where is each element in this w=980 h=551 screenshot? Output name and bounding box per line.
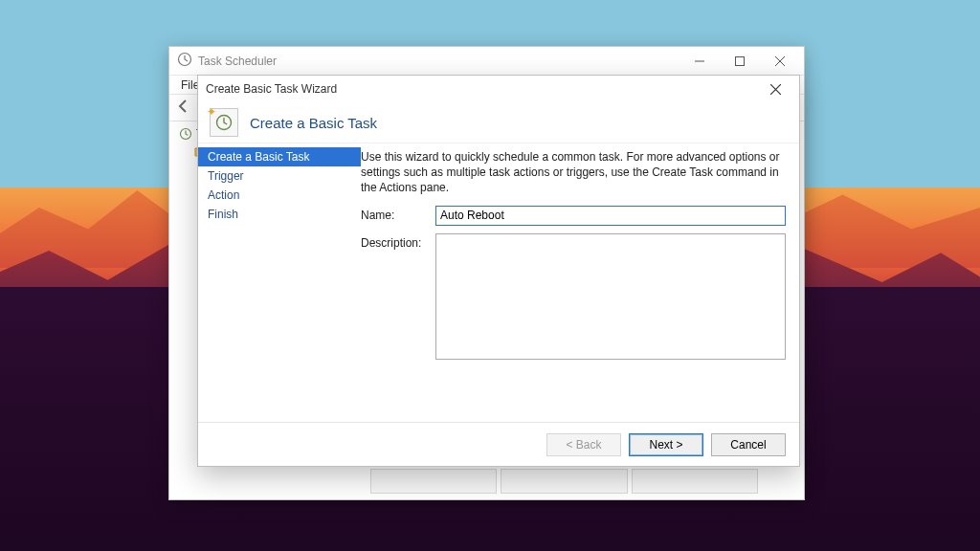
titlebar[interactable]: Task Scheduler — [169, 47, 804, 76]
dialog-heading: Create a Basic Task — [250, 115, 377, 131]
wizard-step-list: Create a Basic Task Trigger Action Finis… — [198, 143, 361, 422]
bottom-tab-stubs — [370, 469, 758, 494]
clock-icon — [214, 113, 234, 132]
minimize-button[interactable] — [679, 47, 720, 75]
wizard-button-row: < Back Next > Cancel — [198, 422, 799, 466]
maximize-button[interactable] — [720, 47, 760, 75]
wizard-intro-text: Use this wizard to quickly schedule a co… — [361, 149, 786, 196]
wizard-header-icon: ✦ — [210, 108, 238, 137]
dialog-titlebar[interactable]: Create Basic Task Wizard — [198, 76, 799, 102]
wizard-step-trigger[interactable]: Trigger — [198, 166, 361, 186]
clock-icon — [179, 127, 192, 141]
dialog-close-button[interactable] — [759, 77, 791, 101]
cancel-button[interactable]: Cancel — [711, 433, 786, 456]
back-button: < Back — [546, 433, 621, 456]
wizard-step-action[interactable]: Action — [198, 186, 361, 205]
close-icon — [770, 84, 781, 95]
nav-back-icon[interactable] — [175, 98, 192, 118]
wizard-step-create[interactable]: Create a Basic Task — [198, 147, 361, 166]
tab-stub[interactable] — [370, 469, 497, 494]
task-name-input[interactable] — [435, 206, 786, 226]
dialog-header: ✦ Create a Basic Task — [198, 102, 799, 143]
task-description-input[interactable] — [435, 233, 786, 360]
wizard-step-finish[interactable]: Finish — [198, 205, 361, 224]
sparkle-icon: ✦ — [207, 105, 216, 119]
close-button[interactable] — [760, 47, 800, 75]
description-label: Description: — [361, 233, 435, 250]
wizard-content: Use this wizard to quickly schedule a co… — [361, 143, 799, 422]
name-label: Name: — [361, 206, 435, 222]
window-title: Task Scheduler — [198, 55, 277, 68]
next-button[interactable]: Next > — [629, 433, 703, 456]
svg-rect-1 — [736, 56, 745, 65]
app-icon — [177, 52, 192, 70]
tab-stub[interactable] — [632, 469, 758, 494]
tab-stub[interactable] — [501, 469, 627, 494]
dialog-title: Create Basic Task Wizard — [206, 82, 337, 96]
create-basic-task-wizard: Create Basic Task Wizard ✦ Create a Basi… — [197, 75, 800, 467]
